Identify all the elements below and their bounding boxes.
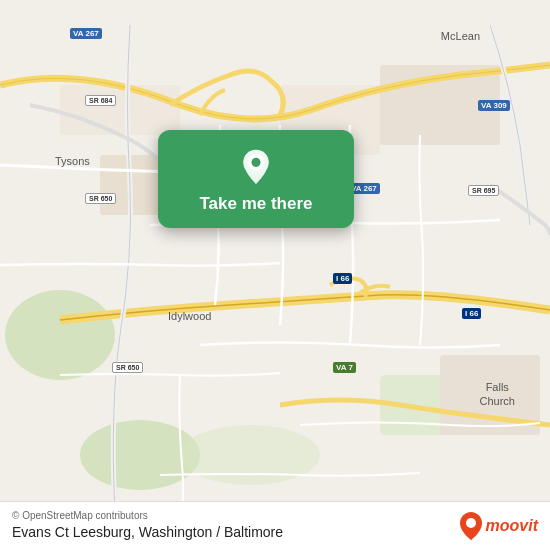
svg-point-12 [466, 518, 476, 528]
take-me-there-button[interactable]: Take me there [158, 130, 354, 228]
svg-point-11 [251, 158, 260, 167]
svg-point-0 [5, 290, 115, 380]
moovit-pin-icon [460, 512, 482, 540]
location-pin-icon [236, 146, 276, 186]
svg-rect-5 [60, 85, 180, 135]
moovit-text: moovit [486, 517, 538, 535]
svg-point-3 [180, 425, 320, 485]
map-container: McLean Tysons Idylwood FallsChurch VA 26… [0, 0, 550, 550]
popup-label: Take me there [199, 194, 312, 214]
moovit-logo: moovit [460, 512, 538, 540]
map-roads [0, 0, 550, 550]
